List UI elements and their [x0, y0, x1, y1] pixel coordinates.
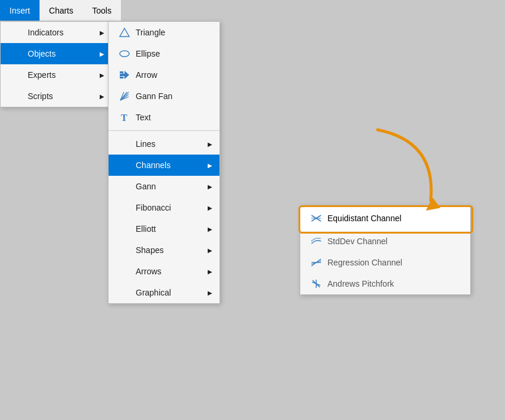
menu-item-triangle[interactable]: Triangle	[109, 22, 219, 43]
arrow-obj-icon: ⬡	[118, 68, 131, 81]
menu-item-regression-channel[interactable]: Regression Channel	[300, 252, 470, 273]
triangle-icon	[118, 26, 131, 39]
menu-item-fibonacci[interactable]: Fibonacci ▶	[109, 197, 219, 218]
submenu-arrow: ▶	[208, 162, 212, 169]
shapes-icon	[118, 244, 131, 257]
elliott-icon	[118, 222, 131, 235]
menu-item-gann-fan[interactable]: Gann Fan	[109, 86, 219, 107]
menu-item-ellipse[interactable]: Ellipse	[109, 43, 219, 64]
divider	[109, 130, 219, 131]
svg-point-1	[120, 51, 129, 57]
channels-dropdown: Equidistant Channel StdDev Channel Regre…	[300, 205, 471, 295]
submenu-arrow: ▶	[208, 141, 212, 147]
menu-item-lines[interactable]: Lines ▶	[109, 133, 219, 155]
submenu-arrow: ▶	[100, 93, 104, 100]
gann-fan-icon	[118, 90, 131, 103]
equidistant-channel-icon	[310, 212, 323, 225]
gann-icon	[118, 180, 131, 193]
svg-text:T: T	[121, 113, 127, 123]
submenu-arrow: ▶	[208, 247, 212, 254]
submenu-arrow: ▶	[208, 268, 212, 275]
scripts-icon	[10, 90, 23, 103]
menu-item-text[interactable]: T Text	[109, 107, 219, 128]
stddev-channel-icon	[310, 235, 323, 248]
menu-item-stddev-channel[interactable]: StdDev Channel	[300, 231, 470, 252]
submenu-arrow: ▶	[208, 226, 212, 232]
menu-item-andrews-pitchfork[interactable]: Andrews Pitchfork	[300, 273, 470, 294]
graphical-icon	[118, 286, 131, 299]
svg-marker-0	[120, 28, 129, 37]
submenu-arrow: ▶	[100, 29, 104, 36]
menu-item-graphical[interactable]: Graphical ▶	[109, 282, 219, 303]
menu-item-gann[interactable]: Gann ▶	[109, 176, 219, 197]
menu-item-indicators[interactable]: Indicators ▶	[1, 22, 112, 43]
experts-icon	[10, 68, 23, 81]
channels-icon	[118, 159, 131, 172]
lines-icon	[118, 137, 131, 150]
menu-insert[interactable]: Insert	[0, 0, 40, 21]
fibonacci-icon	[118, 201, 131, 214]
menu-item-equidistant-channel[interactable]: Equidistant Channel	[300, 206, 470, 231]
menu-item-elliott[interactable]: Elliott ▶	[109, 218, 219, 239]
menu-item-objects[interactable]: Objects ▶	[1, 43, 112, 64]
menu-item-shapes[interactable]: Shapes ▶	[109, 239, 219, 261]
arrows-icon	[118, 265, 131, 278]
regression-channel-icon	[310, 256, 323, 269]
insert-dropdown: Indicators ▶ Objects ▶ Experts ▶ Scripts…	[0, 21, 112, 107]
menu-item-channels[interactable]: Channels ▶	[109, 155, 219, 176]
menu-item-arrow[interactable]: ⬡ Arrow	[109, 64, 219, 86]
andrews-pitchfork-icon	[310, 277, 323, 290]
submenu-arrow: ▶	[208, 205, 212, 211]
menu-item-arrows[interactable]: Arrows ▶	[109, 261, 219, 282]
submenu-arrow: ▶	[208, 290, 212, 296]
submenu-arrow: ▶	[208, 183, 212, 190]
objects-icon	[10, 47, 23, 60]
menu-item-scripts[interactable]: Scripts ▶	[1, 86, 112, 107]
submenu-arrow: ▶	[100, 72, 104, 78]
menu-item-experts[interactable]: Experts ▶	[1, 64, 112, 86]
submenu-arrow: ▶	[100, 51, 104, 57]
menu-tools[interactable]: Tools	[83, 0, 121, 21]
menu-bar: Insert Charts Tools	[0, 0, 121, 21]
text-icon: T	[118, 111, 131, 124]
objects-dropdown: Triangle Ellipse ⬡ Arrow	[108, 21, 220, 304]
ellipse-icon	[118, 47, 131, 60]
indicators-icon	[10, 26, 23, 39]
svg-text:⬡: ⬡	[120, 72, 126, 79]
menu-charts[interactable]: Charts	[40, 0, 83, 21]
